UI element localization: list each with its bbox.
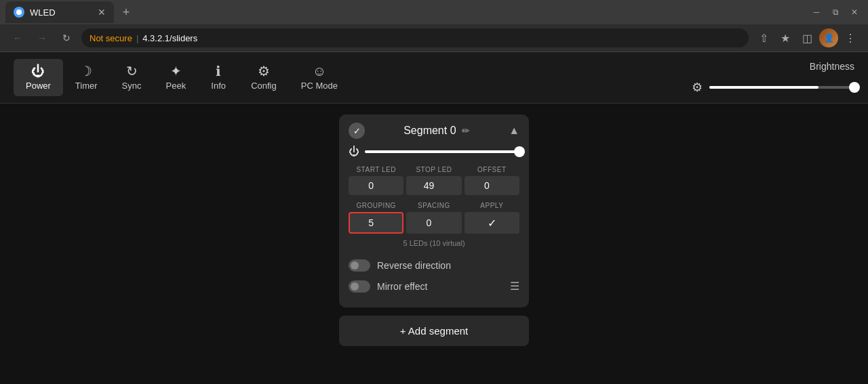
tab-bar: WLED ✕ + ─ ⧉ ✕ (0, 0, 868, 24)
main-content: ✓ Segment 0 ✏ ▲ ⏻ START LED STOP LED O (0, 104, 868, 384)
forward-button[interactable]: → (33, 28, 52, 47)
nav-sync[interactable]: ↻ Sync (110, 59, 154, 96)
tab-favicon (14, 7, 24, 18)
menu-icon[interactable]: ⋮ (841, 28, 860, 47)
brightness-slider[interactable] (709, 86, 854, 89)
app-toolbar: ⏻ Power ☽ Timer ↻ Sync ✦ Peek ℹ Info ⚙ C… (0, 52, 868, 104)
url-bar[interactable]: Not secure | 4.3.2.1/sliders (81, 28, 749, 47)
avatar[interactable]: 👤 (819, 28, 838, 47)
led-labels: START LED STOP LED OFFSET (349, 166, 519, 173)
segment-power-row: ⏻ (349, 146, 519, 158)
segment-check-button[interactable]: ✓ (349, 123, 365, 139)
apply-button[interactable]: ✓ (465, 212, 519, 234)
nav-power[interactable]: ⏻ Power (14, 59, 63, 96)
mirror-toggle-knob (351, 282, 359, 291)
offset-label: OFFSET (465, 166, 519, 173)
mirror-effect-row: Mirror effect ☰ (349, 276, 519, 297)
nav-config[interactable]: ⚙ Config (239, 59, 289, 96)
segment-title: Segment 0 ✏ (365, 125, 509, 137)
grouping-input[interactable] (349, 212, 403, 234)
reverse-direction-toggle[interactable] (349, 259, 370, 272)
apply-label: APPLY (465, 202, 519, 209)
segment-power-fill (365, 150, 519, 153)
reload-button[interactable]: ↻ (57, 28, 76, 47)
pc-mode-icon: ☺ (313, 64, 326, 78)
sidebar-toggle-icon[interactable]: ◫ (797, 28, 816, 47)
timer-icon: ☽ (80, 64, 92, 78)
segment-header: ✓ Segment 0 ✏ ▲ (349, 123, 519, 139)
mirror-effect-label: Mirror effect (377, 281, 427, 292)
window-controls: ─ ⧉ ✕ (808, 4, 863, 20)
reverse-direction-label: Reverse direction (377, 260, 451, 271)
timer-label: Timer (75, 81, 98, 91)
collapse-button[interactable]: ▲ (509, 125, 519, 137)
segment-title-text: Segment 0 (403, 125, 456, 136)
brightness-section: Brightness ⚙ (692, 61, 854, 95)
offset-input[interactable] (465, 176, 519, 195)
stop-led-label: STOP LED (406, 166, 461, 173)
spacing-input[interactable] (406, 212, 461, 234)
list-icon[interactable]: ☰ (510, 280, 519, 293)
url-divider: | (136, 33, 138, 43)
edit-icon[interactable]: ✏ (462, 125, 470, 136)
peek-label: Peek (166, 81, 186, 91)
reverse-direction-row: Reverse direction (349, 255, 519, 276)
pc-mode-label: PC Mode (301, 81, 338, 91)
sync-icon: ↻ (126, 64, 138, 78)
stop-led-input[interactable] (406, 176, 461, 195)
grouping-label: GROUPING (349, 202, 403, 209)
start-led-label: START LED (349, 166, 403, 173)
segment-power-icon[interactable]: ⏻ (349, 146, 359, 158)
toolbar-nav: ⏻ Power ☽ Timer ↻ Sync ✦ Peek ℹ Info ⚙ C… (14, 59, 350, 96)
address-actions: ⇧ ★ ◫ 👤 ⋮ (754, 28, 860, 47)
segment-card: ✓ Segment 0 ✏ ▲ ⏻ START LED STOP LED O (339, 114, 529, 307)
new-tab-button[interactable]: + (117, 3, 136, 22)
nav-timer[interactable]: ☽ Timer (63, 59, 110, 96)
peek-icon: ✦ (170, 64, 182, 78)
brightness-row: ⚙ (692, 80, 854, 95)
nav-pc-mode[interactable]: ☺ PC Mode (289, 59, 350, 96)
sync-label: Sync (122, 81, 142, 91)
reverse-toggle-knob (351, 261, 359, 270)
brightness-fill (709, 86, 818, 89)
tab-title: WLED (30, 7, 56, 18)
svg-point-0 (16, 9, 22, 15)
nav-info[interactable]: ℹ Info (198, 59, 239, 96)
grouping-row-labels: GROUPING SPACING APPLY (349, 202, 519, 209)
minimize-icon[interactable]: ─ (808, 4, 825, 20)
segment-power-slider[interactable] (365, 150, 519, 153)
url-address: 4.3.2.1/sliders (142, 33, 197, 43)
config-label: Config (251, 81, 277, 91)
browser-chrome: WLED ✕ + ─ ⧉ ✕ ← → ↻ Not secure | 4.3.2.… (0, 0, 868, 52)
power-label: Power (26, 81, 51, 91)
segment-power-thumb (514, 146, 525, 157)
content-wrapper: ✓ Segment 0 ✏ ▲ ⏻ START LED STOP LED O (339, 114, 529, 384)
window-close-icon[interactable]: ✕ (846, 4, 863, 20)
led-inputs (349, 176, 519, 195)
start-led-input[interactable] (349, 176, 403, 195)
grouping-inputs: ✓ (349, 212, 519, 234)
config-icon: ⚙ (258, 64, 270, 78)
brightness-icon: ⚙ (692, 80, 703, 95)
back-button[interactable]: ← (8, 28, 27, 47)
address-bar: ← → ↻ Not secure | 4.3.2.1/sliders ⇧ ★ ◫… (0, 24, 868, 51)
share-icon[interactable]: ⇧ (754, 28, 773, 47)
spacing-label: SPACING (406, 202, 461, 209)
brightness-label: Brightness (810, 61, 854, 72)
led-count: 5 LEDs (10 virtual) (349, 239, 519, 247)
security-warning: Not secure (90, 33, 132, 43)
tab-close-icon[interactable]: ✕ (98, 7, 106, 18)
nav-peek[interactable]: ✦ Peek (154, 59, 199, 96)
add-segment-button[interactable]: + Add segment (339, 316, 529, 346)
mirror-effect-toggle[interactable] (349, 280, 370, 293)
restore-icon[interactable]: ⧉ (827, 4, 844, 20)
power-icon: ⏻ (31, 64, 45, 78)
bookmark-icon[interactable]: ★ (776, 28, 795, 47)
brightness-thumb (849, 82, 860, 93)
info-label: Info (211, 81, 226, 91)
info-icon: ℹ (216, 64, 221, 78)
active-tab[interactable]: WLED ✕ (5, 1, 114, 23)
